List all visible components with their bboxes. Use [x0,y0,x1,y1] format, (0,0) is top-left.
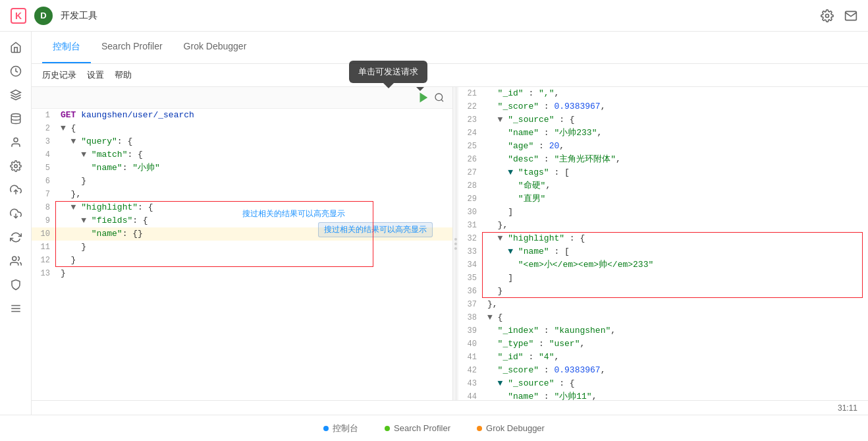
result-line-38: 38 ▼ { [458,311,868,324]
code-line-6: 6 } [32,175,452,188]
svg-marker-12 [420,94,426,102]
code-line-13: 13 } [32,267,452,280]
mail-icon[interactable] [844,9,857,22]
top-bar: K D 开发工具 [0,0,868,32]
code-line-7: 7 }, [32,188,452,201]
panel-separator [453,87,458,400]
sidebar-icon-database[interactable] [5,108,26,129]
result-line-22: 22 "_score" : 0.9383967, [458,100,868,113]
avatar: D [34,7,53,25]
result-line-44: 44 "name" : "小帅11", [458,390,868,400]
settings-button[interactable]: 设置 [87,69,104,81]
tab-search-profiler[interactable]: Search Profiler [91,32,173,63]
result-line-41: 41 "_id" : "4", [458,351,868,364]
result-line-40: 40 "_type" : "user", [458,338,868,351]
bottom-bar: 31:11 [32,400,868,415]
result-line-32: 32 ▼ "highlight" : { [458,232,868,245]
code-line-12: 12 } [32,254,452,267]
svg-point-3 [11,114,20,117]
toolbar: 历史记录 设置 帮助 [32,64,868,87]
svg-marker-2 [11,90,20,96]
sidebar-icon-layers[interactable] [5,84,26,105]
main-tabs: 控制台 Search Profiler Grok Debugger [32,32,868,64]
tab-grok-debugger[interactable]: Grok Debugger [173,32,258,63]
main-layout: 控制台 Search Profiler Grok Debugger 历史记录 设… [0,32,868,415]
bottom-tab-console[interactable]: 控制台 [310,417,371,440]
editor-panel: 单击可发送请求 [32,87,453,400]
svg-point-0 [826,14,829,17]
sidebar-icon-clock[interactable] [5,61,26,82]
code-line-1: 1 GET kaungshen/user/_search [32,109,452,122]
svg-point-4 [14,138,18,142]
settings-icon[interactable] [821,9,834,22]
code-line-5: 5 "name": "小帅" [32,162,452,175]
tab-console[interactable]: 控制台 [42,32,91,63]
result-panel: 21 "_id" : ",", 22 "_score" : 0.9383967,… [458,87,868,400]
sidebar-icon-person[interactable] [5,132,26,153]
result-line-30: 30 ] [458,206,868,219]
code-line-10: 10 "name": {} [32,227,452,241]
result-line-26: 26 "desc" : "主角光环附体", [458,153,868,166]
result-line-43: 43 ▼ "_source" : { [458,377,868,390]
code-line-3: 3 ▼ "query": { [32,135,452,148]
result-line-25: 25 "age" : 20, [458,140,868,153]
code-line-4: 4 ▼ "match": { [32,148,452,162]
sidebar-icon-upload[interactable] [5,179,26,200]
help-button[interactable]: 帮助 [115,69,132,81]
result-line-42: 42 "_score" : 0.9383967, [458,364,868,377]
code-line-11: 11 } [32,241,452,254]
bottom-tab-search-profiler[interactable]: Search Profiler [371,418,464,438]
editor-header [32,87,452,109]
sidebar-icon-refresh[interactable] [5,227,26,248]
sidebar-icon-cog[interactable] [5,156,26,177]
sidebar-icon-home[interactable] [5,37,26,58]
code-line-2: 2 ▼ { [32,122,452,135]
bottom-tab-dot-profiler [385,426,390,431]
result-line-37: 37 }, [458,298,868,311]
sidebar-icon-shield[interactable] [5,274,26,295]
bottom-tab-dot-console [323,426,329,431]
top-right-icons [821,9,857,22]
result-line-33: 33 ▼ "name" : [ [458,245,868,258]
sidebar-icon-menu[interactable] [5,298,26,319]
result-line-34: 34 "<em>小</em><em>帅</em>233" [458,258,868,272]
result-line-29: 29 "直男" [458,192,868,206]
sidebar-icon-user-shield[interactable] [5,250,26,272]
code-line-9: 9 ▼ "fields": { [32,214,452,227]
app-title: 开发工具 [61,10,813,22]
result-line-31: 31 }, [458,219,868,232]
result-line-21: 21 "_id" : ",", [458,87,868,100]
svg-point-13 [435,94,443,101]
copy-button[interactable] [431,90,447,105]
code-editor[interactable]: 1 GET kaungshen/user/_search 2 ▼ { 3 ▼ "… [32,109,452,400]
content-area: 控制台 Search Profiler Grok Debugger 历史记录 设… [32,32,868,415]
result-line-28: 28 "命硬", [458,179,868,192]
result-line-36: 36 } [458,285,868,298]
result-line-24: 24 "name" : "小帅233", [458,127,868,140]
bottom-tabs-bar: 控制台 Search Profiler Grok Debugger [0,415,868,441]
svg-point-8 [12,256,16,260]
logo: K [11,8,26,24]
cursor-position: 31:11 [838,403,857,413]
result-line-23: 23 ▼ "_source" : { [458,113,868,127]
result-line-39: 39 "_index" : "kaungshen", [458,324,868,338]
svg-line-14 [441,100,443,102]
result-line-27: 27 ▼ "tags" : [ [458,166,868,179]
history-button[interactable]: 历史记录 [42,69,76,81]
editor-layout: 单击可发送请求 [32,87,868,400]
result-code[interactable]: 21 "_id" : ",", 22 "_score" : 0.9383967,… [458,87,868,400]
result-line-35: 35 ] [458,272,868,285]
sidebar [0,32,32,415]
svg-point-5 [14,165,17,168]
bottom-tab-dot-grok [477,426,482,431]
code-line-8: 8 ▼ "highlight": { [32,201,452,214]
bottom-tab-grok-debugger[interactable]: Grok Debugger [464,418,558,438]
sidebar-icon-download[interactable] [5,203,26,224]
run-button[interactable] [416,90,431,105]
